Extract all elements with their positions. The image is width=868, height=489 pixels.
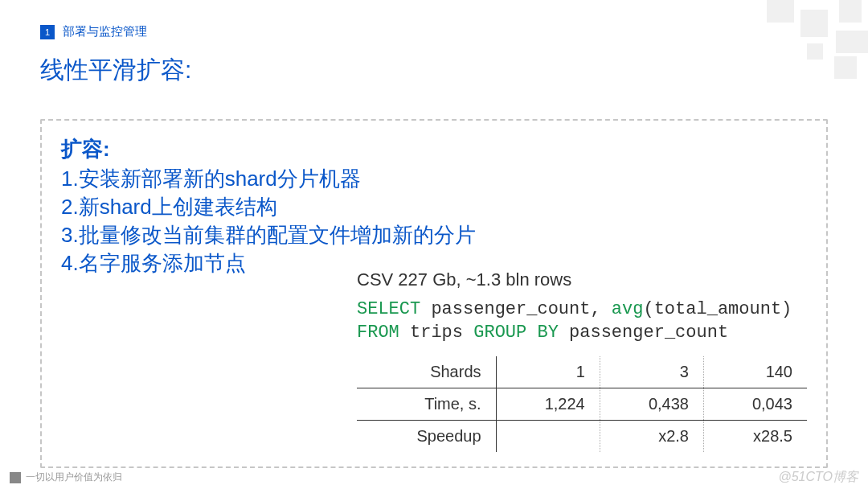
footer-tagline: 一切以用户价值为依归 (26, 471, 122, 484)
slide: 1 部署与监控管理 线性平滑扩容: 扩容: 1.安装新部署新的shard分片机器… (0, 0, 868, 489)
page-title: 线性平滑扩容: (40, 54, 828, 87)
table-row: Shards 1 3 140 (357, 356, 807, 388)
steps-list: 1.安装新部署新的shard分片机器 2.新shard上创建表结构 3.批量修改… (61, 165, 807, 277)
cell: 0,438 (600, 388, 703, 420)
sql-keyword-avg: avg (612, 299, 644, 319)
th-shards: Shards (357, 356, 496, 388)
cell: 0,043 (703, 388, 807, 420)
cell: x28.5 (703, 420, 807, 452)
sql-text: trips (399, 323, 473, 343)
sql-text: passenger_count, (420, 299, 612, 319)
row-label: Speedup (357, 420, 496, 452)
cell: 1,224 (496, 388, 600, 420)
dataset-note: CSV 227 Gb, ~1.3 bln rows (357, 269, 807, 290)
cell (496, 420, 600, 452)
watermark: @51CTO博客 (778, 469, 858, 486)
step-1: 1.安装新部署新的shard分片机器 (61, 165, 807, 193)
sql-text: passenger_count (559, 323, 728, 343)
row-label: Time, s. (357, 388, 496, 420)
sql-keyword-select: SELECT (357, 299, 420, 319)
cell: x2.8 (600, 420, 703, 452)
table-row: Speedup x2.8 x28.5 (357, 420, 807, 452)
slide-header: 1 部署与监控管理 (40, 24, 828, 39)
section-number-badge: 1 (40, 25, 55, 39)
sql-keyword-from: FROM (357, 323, 399, 343)
step-2: 2.新shard上创建表结构 (61, 193, 807, 221)
benchmark-panel: CSV 227 Gb, ~1.3 bln rows SELECT passeng… (357, 269, 807, 451)
content-box: 扩容: 1.安装新部署新的shard分片机器 2.新shard上创建表结构 3.… (40, 119, 828, 468)
sql-keyword-groupby: GROUP BY (473, 323, 559, 343)
step-3: 3.批量修改当前集群的配置文件增加新的分片 (61, 221, 807, 249)
footer-left: 一切以用户价值为依归 (10, 471, 122, 484)
th-140: 140 (703, 356, 807, 388)
benchmark-table: Shards 1 3 140 Time, s. 1,224 0,438 0,04… (357, 356, 807, 452)
sql-query: SELECT passenger_count, avg(total_amount… (357, 298, 807, 344)
th-3: 3 (600, 356, 703, 388)
th-1: 1 (496, 356, 600, 388)
footer: 一切以用户价值为依归 @51CTO博客 (0, 466, 868, 489)
sql-text: (total_amount) (643, 299, 792, 319)
breadcrumb: 部署与监控管理 (63, 24, 147, 39)
box-heading: 扩容: (61, 135, 807, 163)
table-row: Time, s. 1,224 0,438 0,043 (357, 388, 807, 420)
footer-logo-icon (10, 472, 21, 483)
